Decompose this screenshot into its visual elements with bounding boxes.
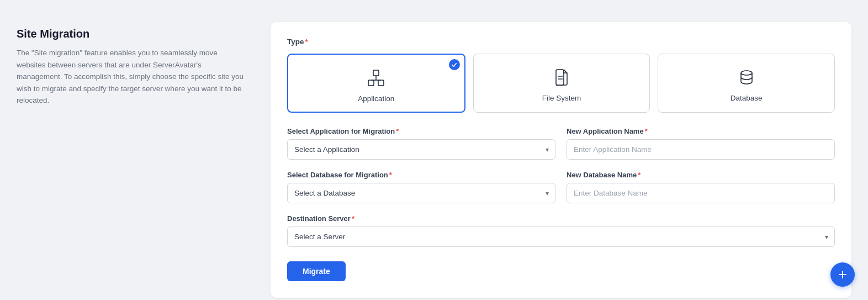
selected-check-icon	[449, 59, 460, 70]
destination-server-group: Destination Server* Select a Server ▾	[287, 214, 835, 247]
select-application-label: Select Application for Migration*	[287, 127, 555, 135]
new-database-name-label: New Database Name*	[567, 171, 835, 179]
destination-server-wrapper: Select a Server ▾	[287, 227, 835, 247]
application-row: Select Application for Migration* Select…	[287, 127, 835, 160]
type-label: Type*	[287, 38, 835, 46]
svg-point-8	[741, 71, 752, 75]
destination-server-dropdown[interactable]: Select a Server	[287, 227, 835, 247]
type-card-filesystem[interactable]: File System	[473, 54, 650, 113]
select-database-wrapper: Select a Database ▾	[287, 183, 555, 203]
server-row: Destination Server* Select a Server ▾	[287, 214, 835, 247]
svg-rect-5	[556, 70, 564, 85]
right-panel: Type*	[271, 22, 851, 298]
database-icon	[735, 66, 758, 88]
database-card-label: Database	[731, 94, 763, 102]
type-card-database[interactable]: Database	[658, 54, 835, 113]
select-database-group: Select Database for Migration* Select a …	[287, 171, 555, 203]
application-card-label: Application	[358, 94, 394, 103]
select-application-wrapper: Select a Application ▾	[287, 139, 555, 160]
svg-rect-0	[373, 70, 379, 76]
application-icon	[365, 67, 387, 89]
svg-rect-2	[378, 80, 384, 86]
type-card-application[interactable]: Application	[287, 54, 465, 113]
new-application-name-group: New Application Name*	[567, 127, 835, 160]
page-title: Site Migration	[17, 28, 248, 40]
type-cards: Application File System	[287, 54, 835, 113]
migrate-button[interactable]: Migrate	[287, 261, 346, 281]
new-application-name-input[interactable]	[567, 139, 835, 160]
new-application-name-label: New Application Name*	[567, 127, 835, 135]
page-description: The "Site migration" feature enables you…	[17, 47, 248, 107]
left-panel: Site Migration The "Site migration" feat…	[17, 22, 248, 112]
select-database-dropdown[interactable]: Select a Database	[287, 183, 555, 203]
new-database-name-input[interactable]	[567, 183, 835, 203]
page-container: Site Migration The "Site migration" feat…	[17, 22, 851, 298]
svg-rect-1	[368, 80, 374, 86]
select-application-dropdown[interactable]: Select a Application	[287, 139, 555, 160]
destination-server-label: Destination Server*	[287, 214, 835, 223]
new-database-name-group: New Database Name*	[567, 171, 835, 203]
select-database-label: Select Database for Migration*	[287, 171, 555, 179]
filesystem-card-label: File System	[542, 94, 581, 102]
filesystem-icon	[551, 66, 573, 88]
fab-button[interactable]	[830, 262, 855, 287]
database-row: Select Database for Migration* Select a …	[287, 171, 835, 203]
select-application-group: Select Application for Migration* Select…	[287, 127, 555, 160]
